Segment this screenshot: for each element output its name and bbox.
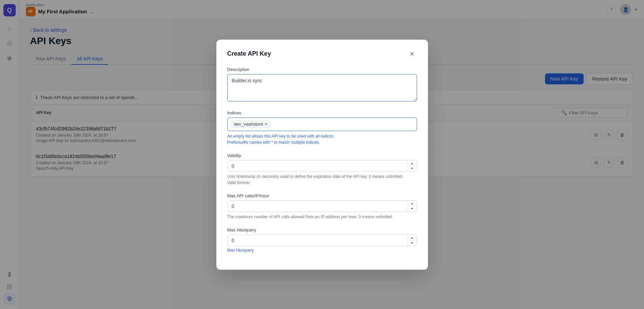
max-hits-label: Max hits/query [227, 227, 417, 233]
max-hits-field: Max hits/query ▲ ▼ Max hits/query [227, 227, 417, 253]
index-tag-text: dev_vaahstore [234, 122, 263, 127]
indices-hint-line2: Prefix/suffix names with * to match mult… [227, 139, 417, 145]
max-hits-hint: Max hits/query [227, 248, 417, 253]
indices-hint-line1: An empty list allows this API key to be … [227, 133, 417, 139]
indices-field: Indices dev_vaahstore ✕ An empty list al… [227, 110, 417, 145]
max-calls-increment-button[interactable]: ▲ [408, 201, 417, 207]
max-calls-field: Max API calls/IP/hour ▲ ▼ The maximum nu… [227, 193, 417, 220]
validity-input-wrap: ▲ ▼ [227, 160, 417, 172]
create-api-key-modal: Create API Key ✕ Description Indices dev… [216, 40, 428, 270]
validity-input[interactable] [228, 160, 407, 171]
max-hits-input-wrap: ▲ ▼ [227, 235, 417, 246]
modal-header: Create API Key ✕ [227, 49, 417, 59]
max-calls-label: Max API calls/IP/hour [227, 193, 417, 198]
max-calls-input-wrap: ▲ ▼ [227, 200, 417, 212]
validity-hint-line2: Valid forever [227, 180, 417, 186]
validity-hint-line1: Unix timestamp (in seconds) used to defi… [227, 173, 417, 180]
indices-hint: An empty list allows this API key to be … [227, 133, 417, 145]
description-label: Description [227, 67, 417, 72]
description-field: Description [227, 67, 417, 103]
index-tag: dev_vaahstore ✕ [231, 121, 271, 128]
modal-overlay[interactable]: Create API Key ✕ Description Indices dev… [0, 0, 644, 309]
modal-close-button[interactable]: ✕ [407, 49, 417, 59]
max-calls-decrement-button[interactable]: ▼ [408, 206, 417, 212]
indices-label: Indices [227, 110, 417, 115]
index-tag-remove-button[interactable]: ✕ [264, 122, 268, 127]
modal-title: Create API Key [227, 50, 271, 57]
validity-field: Validity ▲ ▼ Unix timestamp (in seconds)… [227, 153, 417, 186]
max-hits-input[interactable] [228, 235, 407, 246]
max-hits-increment-button[interactable]: ▲ [408, 235, 417, 241]
max-hits-spinners: ▲ ▼ [407, 235, 417, 246]
max-calls-input[interactable] [228, 201, 407, 212]
max-hits-decrement-button[interactable]: ▼ [408, 240, 417, 246]
indices-input-wrap[interactable]: dev_vaahstore ✕ [227, 117, 417, 131]
validity-decrement-button[interactable]: ▼ [408, 166, 417, 171]
validity-hint: Unix timestamp (in seconds) used to defi… [227, 173, 417, 186]
validity-label: Validity [227, 153, 417, 158]
max-calls-spinners: ▲ ▼ [407, 201, 417, 212]
close-icon: ✕ [410, 50, 415, 58]
max-hits-hint-text: Max hits/query [227, 248, 254, 253]
validity-increment-button[interactable]: ▲ [408, 160, 417, 166]
description-input[interactable] [227, 74, 417, 101]
max-calls-hint-text: The maximum number of API calls allowed … [227, 214, 393, 219]
max-calls-hint: The maximum number of API calls allowed … [227, 214, 417, 220]
validity-spinners: ▲ ▼ [407, 160, 417, 171]
